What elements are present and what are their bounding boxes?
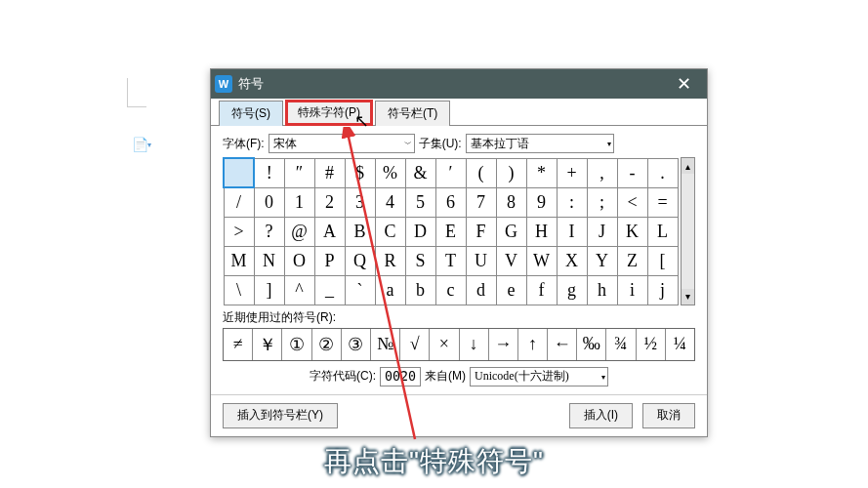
char-cell[interactable]: @ <box>284 217 314 246</box>
char-cell[interactable] <box>224 158 254 187</box>
char-cell[interactable]: j <box>647 275 678 305</box>
char-cell[interactable]: : <box>557 187 587 217</box>
char-cell[interactable]: U <box>466 246 496 275</box>
char-cell[interactable]: 8 <box>496 187 526 217</box>
char-cell[interactable]: % <box>375 158 405 187</box>
recent-symbol-cell[interactable]: № <box>371 329 400 360</box>
char-cell[interactable]: \ <box>224 275 254 305</box>
recent-symbol-cell[interactable]: ← <box>548 329 577 360</box>
char-cell[interactable]: ( <box>466 158 496 187</box>
char-cell[interactable]: 4 <box>375 187 405 217</box>
char-cell[interactable]: - <box>617 158 647 187</box>
char-cell[interactable]: S <box>405 246 435 275</box>
insert-button[interactable]: 插入(I) <box>569 403 633 428</box>
char-cell[interactable]: d <box>466 275 496 305</box>
tab-symbol-bar[interactable]: 符号栏(T) <box>375 101 450 126</box>
recent-symbol-cell[interactable]: ↑ <box>518 329 548 360</box>
char-cell[interactable]: ] <box>254 275 284 305</box>
char-cell[interactable]: A <box>314 217 345 246</box>
char-cell[interactable]: L <box>647 217 678 246</box>
char-cell[interactable]: ) <box>496 158 526 187</box>
tab-symbols[interactable]: 符号(S) <box>219 101 283 126</box>
recent-symbol-cell[interactable]: ≠ <box>224 329 253 360</box>
recent-symbol-cell[interactable]: ③ <box>342 329 371 360</box>
char-cell[interactable]: e <box>496 275 526 305</box>
recent-symbol-cell[interactable]: √ <box>400 329 430 360</box>
char-cell[interactable]: + <box>557 158 587 187</box>
char-cell[interactable]: c <box>435 275 466 305</box>
char-cell[interactable]: ! <box>254 158 284 187</box>
char-cell[interactable]: H <box>526 217 557 246</box>
scroll-up-button[interactable]: ▴ <box>682 158 695 174</box>
char-cell[interactable]: ` <box>345 275 375 305</box>
char-cell[interactable]: 6 <box>435 187 466 217</box>
char-cell[interactable]: I <box>557 217 587 246</box>
recent-symbol-cell[interactable]: → <box>489 329 518 360</box>
char-cell[interactable]: T <box>435 246 466 275</box>
char-cell[interactable]: < <box>617 187 647 217</box>
char-cell[interactable]: 2 <box>314 187 345 217</box>
recent-symbol-cell[interactable]: ① <box>282 329 311 360</box>
char-cell[interactable]: X <box>557 246 587 275</box>
char-cell[interactable]: * <box>526 158 557 187</box>
recent-symbol-cell[interactable]: × <box>430 329 459 360</box>
char-cell[interactable]: & <box>405 158 435 187</box>
char-cell[interactable]: Q <box>345 246 375 275</box>
char-cell[interactable]: W <box>526 246 557 275</box>
char-cell[interactable]: a <box>375 275 405 305</box>
char-cell[interactable]: ^ <box>284 275 314 305</box>
char-cell[interactable]: K <box>617 217 647 246</box>
char-cell[interactable]: [ <box>647 246 678 275</box>
char-cell[interactable]: F <box>466 217 496 246</box>
char-cell[interactable]: / <box>224 187 254 217</box>
char-cell[interactable]: 5 <box>405 187 435 217</box>
insert-to-bar-button[interactable]: 插入到符号栏(Y) <box>223 403 338 428</box>
char-cell[interactable]: $ <box>345 158 375 187</box>
char-cell[interactable]: > <box>224 217 254 246</box>
tab-special-characters[interactable]: 特殊字符(P) <box>285 100 373 126</box>
char-cell[interactable]: f <box>526 275 557 305</box>
char-cell[interactable]: V <box>496 246 526 275</box>
char-cell[interactable]: ′ <box>435 158 466 187</box>
char-cell[interactable]: h <box>587 275 617 305</box>
char-cell[interactable]: N <box>254 246 284 275</box>
char-cell[interactable]: G <box>496 217 526 246</box>
char-cell[interactable]: b <box>405 275 435 305</box>
recent-symbol-cell[interactable]: ¼ <box>666 329 694 360</box>
char-cell[interactable]: B <box>345 217 375 246</box>
char-cell[interactable]: , <box>587 158 617 187</box>
char-cell[interactable]: ? <box>254 217 284 246</box>
char-cell[interactable]: 9 <box>526 187 557 217</box>
char-cell[interactable]: ; <box>587 187 617 217</box>
recent-symbol-cell[interactable]: ‰ <box>577 329 606 360</box>
from-select[interactable]: Unicode(十六进制) ▾ <box>470 367 608 386</box>
recent-symbol-cell[interactable]: ￥ <box>253 329 282 360</box>
char-cell[interactable]: # <box>314 158 345 187</box>
char-cell[interactable]: 1 <box>284 187 314 217</box>
char-cell[interactable]: D <box>405 217 435 246</box>
recent-symbol-cell[interactable]: ¾ <box>606 329 636 360</box>
char-cell[interactable]: Z <box>617 246 647 275</box>
recent-symbol-cell[interactable]: ↓ <box>460 329 489 360</box>
char-cell[interactable]: 3 <box>345 187 375 217</box>
char-cell[interactable]: = <box>647 187 678 217</box>
char-cell[interactable]: ″ <box>284 158 314 187</box>
char-cell[interactable]: 0 <box>254 187 284 217</box>
char-cell[interactable]: g <box>557 275 587 305</box>
grid-scrollbar[interactable]: ▴ ▾ <box>681 157 696 305</box>
recent-symbol-cell[interactable]: ② <box>312 329 342 360</box>
char-cell[interactable]: C <box>375 217 405 246</box>
char-cell[interactable]: _ <box>314 275 345 305</box>
recent-symbol-cell[interactable]: ½ <box>637 329 666 360</box>
char-cell[interactable]: . <box>647 158 678 187</box>
char-cell[interactable]: 7 <box>466 187 496 217</box>
char-code-input[interactable] <box>380 367 421 386</box>
font-select[interactable]: 宋体 ﹀ <box>269 134 415 153</box>
close-button[interactable]: ✕ <box>664 70 703 98</box>
char-cell[interactable]: J <box>587 217 617 246</box>
char-cell[interactable]: M <box>224 246 254 275</box>
char-cell[interactable]: Y <box>587 246 617 275</box>
subset-select[interactable]: 基本拉丁语 ▾ <box>466 134 614 153</box>
char-cell[interactable]: E <box>435 217 466 246</box>
scroll-down-button[interactable]: ▾ <box>682 289 695 305</box>
